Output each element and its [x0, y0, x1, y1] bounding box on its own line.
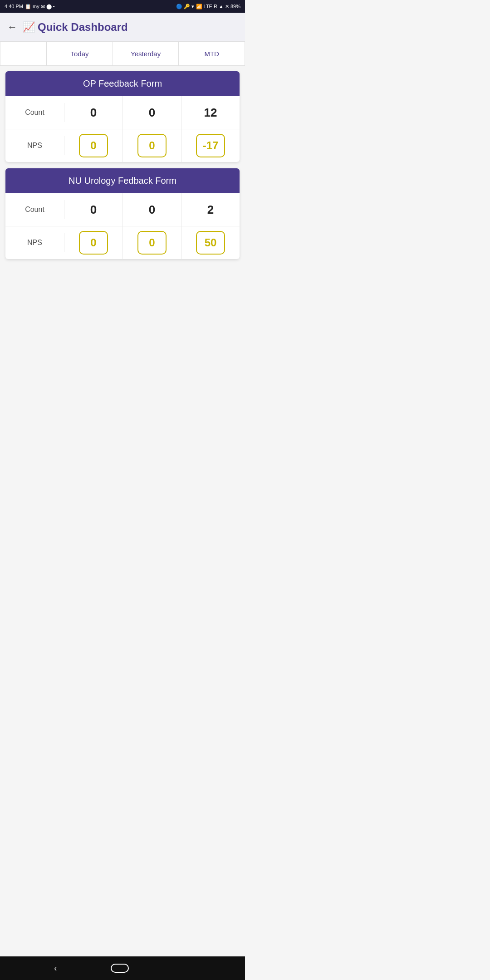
op-nps-today-badge: 0 — [79, 134, 108, 157]
nu-count-row: Count 0 0 2 — [5, 193, 240, 226]
op-feedback-header: OP Feedback Form — [5, 71, 240, 96]
op-feedback-card: OP Feedback Form Count 0 0 12 NPS 0 0 -1… — [5, 71, 240, 162]
tab-yesterday[interactable]: Yesterday — [113, 42, 179, 65]
nu-urology-header: NU Urology Fedback Form — [5, 168, 240, 193]
op-nps-yesterday-badge: 0 — [137, 134, 167, 157]
nu-count-mtd: 2 — [181, 193, 240, 226]
time: 4:40 PM — [5, 4, 23, 9]
nu-nps-mtd-cell: 50 — [181, 226, 240, 259]
status-icons: 📋 my ✉ ⬤ • — [25, 4, 55, 10]
nu-nps-mtd-badge: 50 — [196, 231, 225, 255]
nu-nps-today-cell: 0 — [64, 226, 123, 259]
status-left: 4:40 PM 📋 my ✉ ⬤ • — [5, 4, 55, 10]
op-count-label: Count — [5, 103, 64, 122]
status-right: 🔵 🔑 ▾ 📶 LTE R ▲ ✕ 89% — [176, 4, 240, 10]
main-content: OP Feedback Form Count 0 0 12 NPS 0 0 -1… — [0, 66, 245, 271]
op-nps-mtd-badge: -17 — [196, 134, 225, 157]
app-bar: ← 📈 Quick Dashboard — [0, 13, 245, 42]
nu-nps-row: NPS 0 0 50 — [5, 226, 240, 259]
battery: 89% — [230, 4, 240, 9]
op-nps-label: NPS — [5, 136, 64, 155]
tab-empty[interactable] — [0, 42, 47, 65]
back-button[interactable]: ← — [7, 21, 17, 33]
nu-count-yesterday: 0 — [123, 193, 181, 226]
app-title-container: 📈 Quick Dashboard — [23, 21, 128, 34]
nu-nps-yesterday-badge: 0 — [137, 231, 167, 255]
op-nps-today-cell: 0 — [64, 129, 123, 162]
op-count-mtd: 12 — [181, 96, 240, 129]
op-nps-yesterday-cell: 0 — [123, 129, 181, 162]
tab-today[interactable]: Today — [47, 42, 113, 65]
nu-nps-yesterday-cell: 0 — [123, 226, 181, 259]
op-count-today: 0 — [64, 96, 123, 129]
nu-count-label: Count — [5, 200, 64, 219]
op-nps-mtd-cell: -17 — [181, 129, 240, 162]
tab-row: Today Yesterday MTD — [0, 42, 245, 66]
status-bar: 4:40 PM 📋 my ✉ ⬤ • 🔵 🔑 ▾ 📶 LTE R ▲ ✕ 89% — [0, 0, 245, 13]
nu-count-today: 0 — [64, 193, 123, 226]
nu-nps-label: NPS — [5, 233, 64, 252]
op-nps-row: NPS 0 0 -17 — [5, 129, 240, 162]
tab-mtd[interactable]: MTD — [179, 42, 245, 65]
op-count-yesterday: 0 — [123, 96, 181, 129]
app-title: Quick Dashboard — [38, 21, 128, 34]
connectivity-icons: 🔵 🔑 ▾ 📶 LTE R ▲ ✕ — [176, 4, 229, 10]
chart-icon: 📈 — [23, 21, 35, 33]
nu-urology-card: NU Urology Fedback Form Count 0 0 2 NPS … — [5, 168, 240, 259]
op-count-row: Count 0 0 12 — [5, 96, 240, 129]
nu-nps-today-badge: 0 — [79, 231, 108, 255]
